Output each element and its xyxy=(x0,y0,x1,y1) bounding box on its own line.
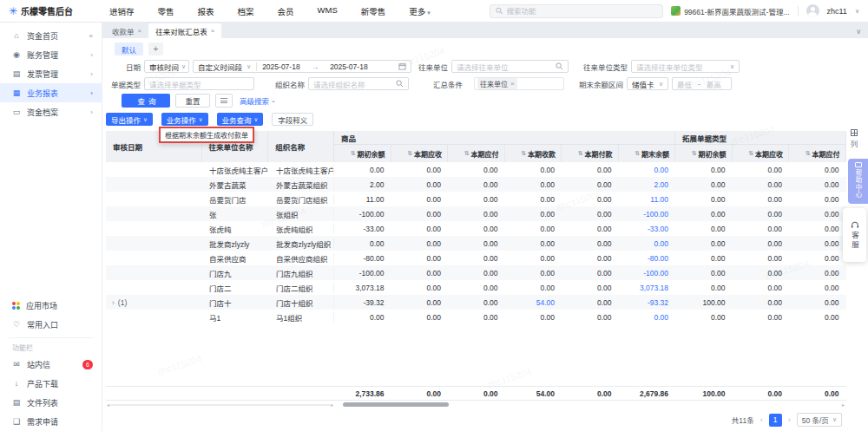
view-chip-default[interactable]: 默认 xyxy=(115,42,143,56)
prev-page-icon[interactable]: ‹ xyxy=(760,415,763,424)
column-header-7-本期应收[interactable]: ⇅本期应收 xyxy=(733,145,790,162)
sort-icon[interactable]: ⇅ xyxy=(578,150,583,157)
column-header-8-本期应付[interactable]: ⇅本期应付 xyxy=(789,145,846,162)
value-cell[interactable]: 0.00 xyxy=(619,313,676,322)
nav-item-6[interactable]: 新零售 xyxy=(361,5,386,17)
sort-icon[interactable]: ⇅ xyxy=(635,150,640,157)
value-cell[interactable]: 54.00 xyxy=(505,298,562,307)
sort-icon[interactable]: ⇅ xyxy=(806,150,811,157)
partner-input[interactable]: 请选择往来单位 xyxy=(451,60,569,73)
value-cell[interactable]: -100.00 xyxy=(619,210,676,219)
org-input[interactable]: 请选择组织名称 xyxy=(308,77,409,90)
sidebar-item-常用入口[interactable]: ♡常用入口 xyxy=(0,315,102,334)
tabbar-chevron-down-icon[interactable]: ∨ xyxy=(856,28,861,36)
value-cell[interactable]: 3,073.18 xyxy=(619,284,676,292)
export-actions-button[interactable]: 导出操作∨ xyxy=(106,113,153,126)
date-type-select[interactable]: 审核时间∨ xyxy=(144,60,189,73)
next-page-icon[interactable]: › xyxy=(788,415,791,424)
global-search-input[interactable] xyxy=(507,7,658,16)
reset-button[interactable]: 重置 xyxy=(175,94,210,108)
tab-收款单[interactable]: 收款单× xyxy=(105,23,148,38)
sort-icon[interactable]: ⇅ xyxy=(464,150,470,157)
column-header-1-本期应收[interactable]: ⇅本期应收 xyxy=(391,145,449,162)
horizontal-scrollbar[interactable]: ▸ xyxy=(334,401,846,408)
scroll-right-icon[interactable]: ▸ xyxy=(331,402,333,408)
doc-type-input[interactable]: 请选择单据类型 xyxy=(144,77,254,90)
sort-icon[interactable]: ⇅ xyxy=(748,150,753,157)
balance-range-inputs[interactable]: 最低 - 最高 xyxy=(672,77,732,90)
column-header-label: 本期应收 xyxy=(414,149,442,159)
sidebar-item-业务报表[interactable]: ▦业务报表› xyxy=(0,83,102,102)
scroll-left-icon[interactable]: ◂ xyxy=(107,402,109,408)
column-header-4-本期付款[interactable]: ⇅本期付款 xyxy=(562,145,619,162)
sidebar-item-需求申请[interactable]: ❑需求申请 xyxy=(0,412,102,431)
sort-icon[interactable]: ⇅ xyxy=(692,150,697,157)
avatar[interactable] xyxy=(806,4,819,17)
sidebar-item-账务管理[interactable]: ◉账务管理› xyxy=(0,45,102,64)
add-view-button[interactable]: + xyxy=(148,42,163,56)
value-cell[interactable]: 11.00 xyxy=(619,195,676,204)
customer-service-button[interactable]: 客服 xyxy=(843,208,866,262)
nav-item-4[interactable]: 会员 xyxy=(278,5,294,17)
expand-icon[interactable]: › xyxy=(112,298,115,307)
nav-item-5[interactable]: WMS xyxy=(318,5,338,17)
close-icon[interactable]: × xyxy=(138,27,142,35)
column-header-组织名称[interactable]: 组织名称 xyxy=(268,131,333,162)
column-header-0-期初余额[interactable]: ⇅期初余额 xyxy=(334,145,391,162)
help-center-button[interactable]: 帮助中心 xyxy=(848,159,868,204)
tenant-switcher[interactable]: 99661-新界面果蔬版测试-管理... xyxy=(671,6,789,16)
value-cell[interactable]: -33.00 xyxy=(619,225,676,233)
column-header-6-期初余额[interactable]: ⇅期初余额 xyxy=(675,145,733,162)
value-cell[interactable]: -93.32 xyxy=(619,298,676,307)
value-cell[interactable]: -80.00 xyxy=(619,254,676,263)
sort-icon[interactable]: ⇅ xyxy=(521,150,526,157)
nav-item-7[interactable]: 更多 ▾ xyxy=(409,5,430,17)
nav-item-0[interactable]: 进销存 xyxy=(109,5,135,17)
sidebar-item-资金首页[interactable]: ⌂资金首页« xyxy=(0,26,102,45)
sort-icon[interactable]: ⇅ xyxy=(351,150,356,157)
column-header-3-本期收款[interactable]: ⇅本期收款 xyxy=(505,145,562,162)
global-search[interactable] xyxy=(490,4,663,18)
scrollbar-thumb[interactable] xyxy=(343,402,449,407)
nav-item-2[interactable]: 报表 xyxy=(198,5,214,17)
date-from[interactable]: 2025-07-18 xyxy=(262,62,299,71)
date-to[interactable]: 2025-07-18 xyxy=(330,62,367,71)
summary-condition-field[interactable]: 往来单位× xyxy=(474,77,564,90)
sidebar-item-资金档案[interactable]: ▭资金档案› xyxy=(0,102,102,121)
business-query-button[interactable]: 业务查询∨ xyxy=(217,113,264,126)
sidebar-item-文件列表[interactable]: ▤文件列表 xyxy=(0,393,102,412)
sidebar-item-产品下载[interactable]: ↓产品下载 xyxy=(0,374,102,393)
tab-往来对账汇总表[interactable]: 往来对账汇总表× xyxy=(148,23,221,38)
collapse-icon[interactable]: « xyxy=(89,32,93,40)
balance-type-select[interactable]: 储值卡∨ xyxy=(627,77,668,90)
generate-payment-doc-menu-item[interactable]: 根据期末余额生成收付款单 xyxy=(159,127,254,143)
close-icon[interactable]: × xyxy=(211,27,215,35)
page-size-select[interactable]: 50 条/页∨ xyxy=(797,413,842,427)
chevron-down-icon[interactable]: ∨ xyxy=(855,8,859,15)
fixed-columns-scrollbar[interactable]: ◂ ▸ xyxy=(106,402,334,408)
nav-item-3[interactable]: 档案 xyxy=(238,5,254,17)
page-number[interactable]: 1 xyxy=(769,414,782,427)
value-cell[interactable]: 2.00 xyxy=(619,180,676,189)
value-cell[interactable]: 0.00 xyxy=(619,166,676,174)
summary-tag[interactable]: 往来单位× xyxy=(477,78,517,89)
sort-icon[interactable]: ⇅ xyxy=(407,150,412,157)
nav-item-1[interactable]: 零售 xyxy=(158,5,174,17)
query-button[interactable]: 查询 xyxy=(122,94,170,108)
sidebar-item-发票管理[interactable]: ▤发票管理› xyxy=(0,64,102,83)
column-header-2-本期应付[interactable]: ⇅本期应付 xyxy=(448,145,505,162)
advanced-search-link[interactable]: 高级搜索⌄ xyxy=(240,95,276,106)
filter-settings-button[interactable] xyxy=(215,94,233,108)
scroll-right-icon[interactable]: ▸ xyxy=(842,402,845,408)
partner-type-select[interactable]: 请选择往来单位类型∨ xyxy=(631,60,740,73)
sidebar-item-应用市场[interactable]: 应用市场 xyxy=(0,296,102,315)
column-header-5-期末余额[interactable]: ⇅期末余额 xyxy=(619,145,676,162)
value-cell[interactable]: 0.00 xyxy=(619,239,676,248)
value-cell[interactable]: -100.00 xyxy=(619,269,676,278)
sidebar-item-站内信[interactable]: ✉站内信6 xyxy=(0,355,102,374)
date-range-picker[interactable]: 自定义时间段∨ 2025-07-18 → 2025-07-18 xyxy=(193,60,411,73)
close-icon[interactable]: × xyxy=(510,80,515,88)
business-actions-button[interactable]: 业务操作∨ xyxy=(161,113,208,126)
field-definitions-button[interactable]: 字段释义 xyxy=(272,113,313,126)
column-settings-button[interactable]: 列 xyxy=(845,129,863,148)
